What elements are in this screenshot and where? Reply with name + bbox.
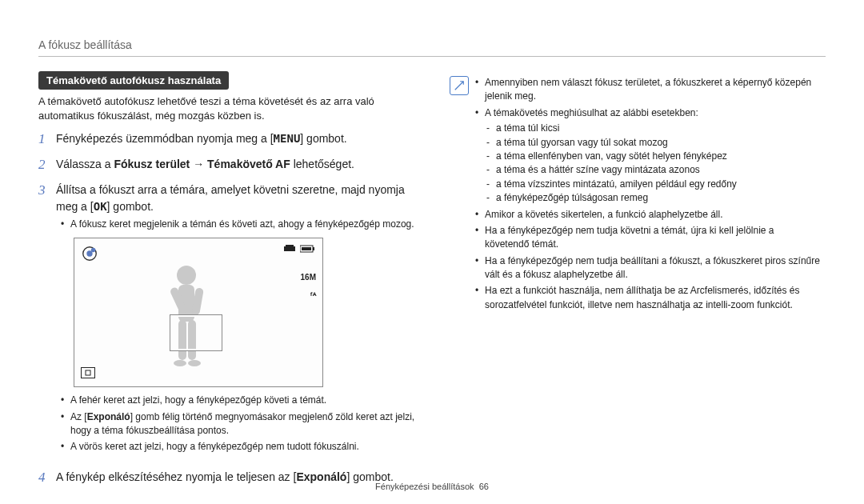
dash-item: a téma túl kicsi xyxy=(496,122,821,135)
dash-item: a téma vízszintes mintázatú, amilyen pél… xyxy=(496,178,821,191)
camera-preview: 16M ᶠᴬ xyxy=(74,238,323,387)
section-title: Témakövető autofókusz használata xyxy=(38,71,229,90)
steps-list: 1Fényképezés üzemmódban nyomja meg a [ME… xyxy=(38,130,419,486)
step-text: Fényképezés üzemmódban nyomja meg a [MEN… xyxy=(56,130,419,146)
svg-point-7 xyxy=(188,360,201,366)
step: 1Fényképezés üzemmódban nyomja meg a [ME… xyxy=(38,130,419,148)
svg-point-6 xyxy=(174,360,186,366)
note-box: Amennyiben nem választ fókusz területet,… xyxy=(445,71,826,327)
key-label: MENU xyxy=(274,130,301,146)
note-item: Ha ezt a funkciót használja, nem állítha… xyxy=(485,284,821,312)
svg-point-9 xyxy=(86,251,92,257)
key-label: OK xyxy=(94,198,107,214)
svg-rect-12 xyxy=(286,245,294,246)
right-overlays: 16M ᶠᴬ xyxy=(301,270,316,307)
svg-rect-16 xyxy=(82,368,95,378)
dash-item: a téma és a háttér színe vagy mintázata … xyxy=(496,163,821,177)
status-tray xyxy=(284,245,316,254)
page-header: A fókusz beállítása xyxy=(38,38,826,51)
bullet-item: Az [Exponáló] gomb félig történő megnyom… xyxy=(70,410,419,438)
svg-rect-11 xyxy=(284,246,295,251)
svg-rect-17 xyxy=(86,370,90,375)
step-number: 2 xyxy=(38,156,56,174)
left-column: Témakövető autofókusz használata A témak… xyxy=(38,71,419,494)
svg-point-0 xyxy=(177,266,196,285)
dash-item: a fényképezőgép túlságosan remeg xyxy=(496,191,821,205)
note-list: Amennyiben nem választ fókusz területet,… xyxy=(475,76,821,314)
step-sub-bullets: A fókusz keret megjelenik a témán és köv… xyxy=(56,218,419,231)
bullet-item: A fehér keret azt jelzi, hogy a fényképe… xyxy=(70,394,419,407)
footer-section: Fényképezési beállítások xyxy=(375,482,474,491)
dash-item: a téma ellenfényben van, vagy sötét hely… xyxy=(496,150,821,163)
page-footer: Fényképezési beállítások 66 xyxy=(0,482,864,491)
svg-rect-14 xyxy=(302,247,311,250)
note-item: Ha a fényképezőgép nem tudja követni a t… xyxy=(485,224,821,252)
header-rule xyxy=(38,56,826,57)
intro-paragraph: A témakövető autofókusz lehetővé teszi a… xyxy=(38,94,419,122)
bullet-item: A fókusz keret megjelenik a témán és köv… xyxy=(70,218,419,231)
dash-item: a téma túl gyorsan vagy túl sokat mozog xyxy=(496,136,821,150)
note-icon xyxy=(450,76,469,95)
step-number: 3 xyxy=(38,182,56,199)
step-text: Válassza a Fókusz terület → Témakövető A… xyxy=(56,156,419,172)
resolution-label: 16M xyxy=(301,270,316,284)
note-item: Amennyiben nem választ fókusz területet,… xyxy=(485,76,821,104)
step: 3Állítsa a fókuszt arra a témára, amelye… xyxy=(38,182,419,461)
focus-frame xyxy=(170,315,222,350)
step: 2Válassza a Fókusz terület → Témakövető … xyxy=(38,156,419,174)
footer-page: 66 xyxy=(479,482,489,491)
note-item: Ha a fényképezőgép nem tudja beállítani … xyxy=(485,254,821,282)
step-number: 1 xyxy=(38,130,56,148)
bold-text: Fókusz terület → Témakövető AF xyxy=(114,158,290,170)
right-column: Amennyiben nem választ fókusz területet,… xyxy=(445,71,826,494)
note-dash-list: a téma túl kicsia téma túl gyorsan vagy … xyxy=(485,122,821,205)
step-after-bullets: A fehér keret azt jelzi, hogy a fényképe… xyxy=(56,394,419,454)
af-area-icon xyxy=(81,367,95,380)
svg-point-10 xyxy=(91,248,96,253)
mode-icon xyxy=(81,245,98,264)
svg-rect-15 xyxy=(313,247,314,250)
note-item: A témakövetés meghiúsulhat az alábbi ese… xyxy=(485,106,821,206)
bullet-item: A vörös keret azt jelzi, hogy a fényképe… xyxy=(70,440,419,454)
step-text: Állítsa a fókuszt arra a témára, amelyet… xyxy=(56,182,419,214)
note-item: Amikor a követés sikertelen, a funkció a… xyxy=(485,208,821,222)
flash-label: ᶠᴬ xyxy=(301,289,316,302)
